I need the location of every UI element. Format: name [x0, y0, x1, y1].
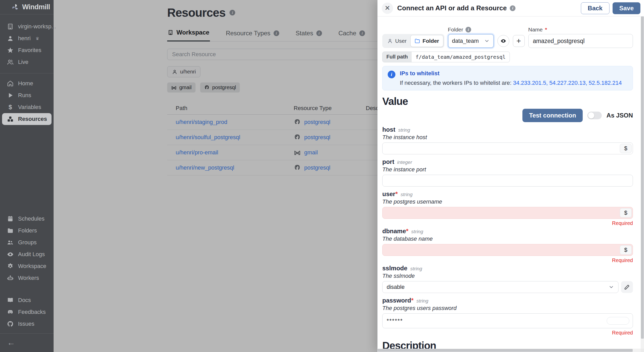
port-input[interactable]	[382, 175, 633, 187]
password-input[interactable]	[382, 313, 633, 328]
users-icon	[7, 59, 14, 65]
password-reveal-pill[interactable]	[607, 317, 629, 325]
gear-icon	[7, 263, 14, 270]
sidebar-item-variables[interactable]: $ Variables	[0, 101, 54, 113]
sidebar-item-feedbacks[interactable]: Feedbacks	[0, 306, 54, 318]
show-password-tooltip: sh	[633, 316, 633, 328]
workspace-switcher[interactable]: virgin-worksp...	[0, 21, 54, 32]
field-sslmode: sslmode string The sslmode disable	[382, 265, 633, 293]
user-name: henri	[18, 35, 31, 42]
field-type: string	[401, 192, 412, 197]
folder-select-value: data_team	[452, 38, 479, 44]
sidebar-item-runs[interactable]: Runs	[0, 89, 54, 101]
app-title: Windmill	[22, 3, 50, 11]
save-button[interactable]: Save	[613, 2, 640, 14]
field-type: string	[398, 127, 410, 133]
field-host: host string The instance host $	[382, 126, 633, 154]
vertical-scrollbar[interactable]	[641, 16, 644, 349]
info-icon: i	[465, 27, 471, 32]
book-icon	[7, 297, 14, 304]
robot-icon	[7, 275, 14, 281]
add-folder-button[interactable]: +	[513, 35, 525, 47]
folder-label: Folder	[448, 27, 463, 33]
field-name: port	[382, 158, 394, 165]
dbname-input[interactable]	[382, 244, 633, 256]
sidebar-item-schedules[interactable]: Schedules	[0, 213, 54, 225]
sidebar-item-docs[interactable]: Docs	[0, 294, 54, 306]
sidebar-item-folders[interactable]: Folders	[0, 225, 54, 237]
test-connection-button[interactable]: Test connection	[522, 109, 583, 122]
collapse-sidebar-button[interactable]: ←	[0, 335, 54, 352]
sidebar-item-groups[interactable]: Groups	[0, 237, 54, 248]
ips-text: If necessary, the workers IPs to whiteli…	[400, 80, 513, 86]
name-input[interactable]	[528, 34, 633, 48]
field-user: user* string The postgres username $ Req…	[382, 190, 633, 226]
folder-select[interactable]: data_team	[448, 34, 494, 48]
required-mark: *	[545, 27, 547, 33]
close-icon[interactable]: ✕	[382, 3, 393, 14]
insert-variable-button[interactable]: $	[620, 144, 632, 153]
chevron-down-icon	[608, 284, 614, 290]
dollar-icon: $	[7, 104, 14, 111]
ips-title: IPs to whitelist	[400, 70, 622, 77]
field-description: The instance host	[382, 134, 633, 141]
as-json-toggle[interactable]	[587, 112, 602, 119]
divider	[0, 73, 54, 73]
home-icon	[7, 80, 14, 87]
insert-variable-button[interactable]: $	[620, 245, 632, 255]
plus-icon: +	[516, 37, 521, 45]
required-message: Required	[382, 257, 633, 263]
sidebar-item-label: Runs	[18, 92, 31, 99]
value-heading: Value	[382, 96, 633, 107]
field-description: The postgres users password	[382, 305, 633, 312]
back-button[interactable]: Back	[581, 2, 609, 14]
scrollbar-corner	[641, 349, 644, 352]
sidebar-item-home[interactable]: Home	[0, 78, 54, 89]
sidebar-item-label: Feedbacks	[18, 309, 46, 315]
horizontal-scrollbar[interactable]	[378, 349, 641, 352]
sidebar-item-favorites[interactable]: Favorites	[0, 44, 54, 56]
sidebar-item-workers[interactable]: Workers	[0, 272, 54, 284]
host-input[interactable]	[382, 143, 633, 154]
play-icon	[7, 92, 14, 99]
sidebar-item-audit-logs[interactable]: Audit Logs	[0, 248, 54, 260]
field-name: host	[382, 126, 395, 133]
drawer-header: ✕ Connect an API or add a Resource i Bac…	[378, 0, 644, 16]
scrollbar-thumb[interactable]	[641, 16, 644, 339]
star-icon	[7, 47, 14, 54]
sidebar: Windmill virgin-worksp... henri ♛ Favori…	[0, 0, 54, 352]
description-heading: Description	[382, 340, 633, 349]
sidebar-item-resources[interactable]: Resources	[2, 113, 52, 125]
edit-sslmode-button[interactable]	[621, 281, 633, 293]
field-name: sslmode	[382, 265, 407, 272]
view-folder-button[interactable]	[497, 35, 509, 47]
sidebar-item-label: Schedules	[18, 215, 45, 222]
sidebar-spacer	[0, 127, 54, 211]
app-logo[interactable]: Windmill	[0, 0, 54, 14]
insert-variable-button[interactable]: $	[620, 208, 632, 217]
field-name: user	[382, 190, 395, 198]
sidebar-item-label: Groups	[18, 239, 37, 246]
field-type: string	[410, 266, 422, 272]
sidebar-item-workspace-settings[interactable]: Workspace	[0, 260, 54, 272]
user-group-icon	[7, 239, 14, 246]
toggle-user[interactable]: User	[383, 35, 410, 47]
user-input[interactable]	[382, 207, 633, 219]
ips-list-link[interactable]: 34.233.201.5, 54.227.220.13, 52.5.182.21…	[513, 80, 622, 86]
user-icon	[387, 38, 393, 44]
scrollbar-thumb[interactable]	[378, 349, 633, 352]
required-mark: *	[395, 190, 398, 198]
sidebar-item-label: Workers	[18, 275, 39, 281]
sslmode-select[interactable]: disable	[382, 281, 618, 293]
toggle-folder[interactable]: Folder	[410, 35, 443, 47]
drawer-body: User Folder Folder i data_team	[382, 16, 633, 349]
discord-icon	[7, 309, 14, 315]
user-menu[interactable]: henri ♛	[0, 32, 54, 44]
full-path-badge: Full path f/data_team/amazed_postgresql	[382, 52, 510, 62]
sidebar-item-label: Resources	[18, 116, 47, 122]
required-message: Required	[382, 330, 633, 336]
required-message: Required	[382, 220, 633, 226]
sidebar-item-issues[interactable]: Issues	[0, 318, 54, 330]
sidebar-item-label: Docs	[18, 297, 31, 304]
sidebar-item-live[interactable]: Live	[0, 56, 54, 68]
